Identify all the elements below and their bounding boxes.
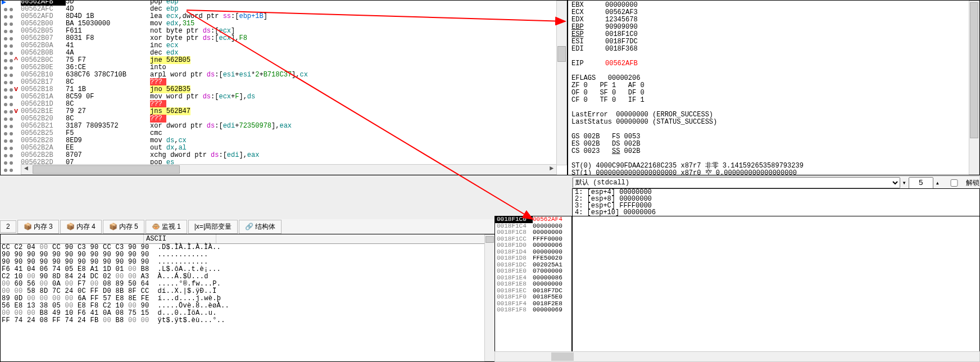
arg-count-input[interactable] <box>909 177 933 189</box>
memory-dump-pane[interactable]: ASCII CC C2 04 00 CC 90 C3 90 CC C3 90 9… <box>0 234 496 362</box>
stack-pane[interactable]: 0018F1C000562AF40018F1C4000000000018F1C8… <box>494 216 572 352</box>
breakpoint-dot-icon[interactable] <box>4 110 7 114</box>
instruction: xor dword ptr ds:[edi+72350978],eax <box>150 123 567 130</box>
breakpoint-dot-icon[interactable] <box>4 66 7 70</box>
tab-内存 3[interactable]: 📦内存 3 <box>17 220 59 234</box>
breakpoint-dot-icon[interactable] <box>4 125 7 128</box>
breakpoint-dot-icon[interactable] <box>4 161 7 165</box>
tab-2[interactable]: 2 <box>0 220 16 233</box>
callconv-select[interactable]: 默认 (stdcall) <box>573 177 900 188</box>
breakpoint-dot-icon[interactable] <box>4 22 7 26</box>
spin-up-icon[interactable]: ▴ <box>933 179 942 187</box>
disasm-row[interactable]: 00562B2AEEout dx,al <box>1 144 567 152</box>
tab-label: 内存 4 <box>76 222 96 232</box>
breakpoint-dot-icon[interactable] <box>4 132 7 135</box>
breakpoint-dot-icon[interactable] <box>4 15 7 19</box>
breakpoint-dot-icon[interactable] <box>4 37 7 40</box>
tab-结构体[interactable]: 🔗结构体 <box>239 220 282 234</box>
disasm-row[interactable]: 00562B288ED9mov ds,cx <box>1 137 567 144</box>
tab-label: 局部变量 <box>205 222 232 232</box>
callconv-bar: 默认 (stdcall) ▾ ▴ 解锁 <box>572 176 980 189</box>
instruction: pop ebp <box>150 0 567 6</box>
regs-vscrollbar[interactable] <box>969 1 979 175</box>
register-line[interactable]: LastStatus 00000000 (STATUS_SUCCESS) <box>571 119 976 126</box>
tab-icon: 📦 <box>24 223 31 230</box>
bytes: 41 <box>66 42 150 49</box>
disassembly-pane[interactable]: 00562AFB5Dpop ebp00562AFC4Ddec ebp00562A… <box>0 0 568 175</box>
bottom-hscrollbar[interactable] <box>494 351 980 362</box>
breakpoint-dot-icon[interactable] <box>4 81 7 84</box>
breakpoint-dot-icon[interactable] <box>4 59 7 62</box>
breakpoint-dot-icon[interactable] <box>4 88 7 92</box>
instruction: dec edx <box>150 49 567 57</box>
breakpoint-dot-icon[interactable] <box>4 8 7 11</box>
scroll-thumb[interactable] <box>557 46 566 62</box>
scroll-right-icon[interactable]: ► <box>547 165 556 173</box>
disasm-row[interactable]: 00562B0A41inc ecx <box>1 42 567 49</box>
arg-line[interactable]: 4: [esp+10] 00000006 <box>575 209 977 216</box>
disasm-row[interactable]: v00562B1E79 27jns 562B47 <box>1 108 567 115</box>
tab-label: 结构体 <box>255 222 275 232</box>
instruction: arpl word ptr ds:[esi+esi*2+B718C37],cx <box>150 71 567 79</box>
breakpoint-dot-icon[interactable] <box>4 44 7 48</box>
tab-icon: 🐵 <box>152 223 160 230</box>
breakpoint-dot-icon[interactable] <box>4 139 7 143</box>
disasm-row[interactable]: 00562B25F5cmc <box>1 130 567 137</box>
bottom-tabs: 2📦内存 3📦内存 4📦内存 5🐵监视 1|x=|局部变量🔗结构体 <box>0 219 494 234</box>
disasm-row[interactable]: 00562B2B8707xchg dword ptr ds:[edi],eax <box>1 152 567 159</box>
breakpoint-dot-icon[interactable] <box>4 74 7 77</box>
breakpoint-dot-icon[interactable] <box>4 30 7 33</box>
instruction: lea ecx,dword ptr ss:[ebp+1B] <box>150 13 567 20</box>
breakpoint-dot-icon[interactable] <box>4 52 7 55</box>
disasm-row[interactable]: 00562B213187 78093572xor dword ptr ds:[e… <box>1 123 567 130</box>
register-line[interactable]: EIP00562AFB <box>571 60 976 67</box>
stack-row[interactable]: 0018F1F800000069 <box>495 307 571 314</box>
instruction: jns 562B47 <box>150 108 567 115</box>
eip-arrow-icon <box>2 0 6 4</box>
disasm-row[interactable]: 00562B078031 F8xor byte ptr ds:[ecx],F8 <box>1 35 567 42</box>
bytes: 8C59 0F <box>66 93 150 101</box>
tab-label: 2 <box>6 223 10 230</box>
disasm-hscrollbar[interactable]: ◄ ► <box>21 164 557 175</box>
tab-icon: 📦 <box>109 223 117 230</box>
registers-pane[interactable]: EBX00000000ECX00562AF3EDX12345678EBP9090… <box>568 0 980 175</box>
tab-局部变量[interactable]: |x=|局部变量 <box>188 220 238 234</box>
breakpoint-dot-icon[interactable] <box>4 117 7 121</box>
breakpoint-dot-icon[interactable] <box>4 154 7 157</box>
bytes: 5D <box>66 0 150 6</box>
disasm-row[interactable]: 00562B1A8C59 0Fmov word ptr ds:[ecx+F],d… <box>1 93 567 101</box>
bytes: 8707 <box>66 152 150 159</box>
unlock-checkbox[interactable] <box>944 179 964 187</box>
breakpoint-dot-icon[interactable] <box>4 96 7 99</box>
instruction: cmc <box>150 130 567 137</box>
scroll-left-icon[interactable]: ◄ <box>21 165 31 173</box>
register-line[interactable]: EDI0018F368 <box>571 46 976 53</box>
tab-内存 4[interactable]: 📦内存 4 <box>60 220 102 234</box>
disasm-row[interactable]: 00562B10638C76 378C710Barpl word ptr ds:… <box>1 71 567 79</box>
register-line[interactable]: CF 0 TF 0 IF 1 <box>571 97 976 104</box>
scroll-thumb[interactable] <box>551 352 574 361</box>
spin-down-icon[interactable]: ▾ <box>900 179 909 187</box>
register-line[interactable]: CS 0023 SS 002B <box>571 148 976 155</box>
instruction: xor byte ptr ds:[ecx],F8 <box>150 35 567 42</box>
breakpoint-dot-icon[interactable] <box>4 103 7 106</box>
scroll-thumb[interactable] <box>33 165 180 174</box>
disasm-vscrollbar[interactable] <box>556 1 567 165</box>
tab-icon: 📦 <box>66 223 74 230</box>
tab-内存 5[interactable]: 📦内存 5 <box>103 220 144 234</box>
instruction: jne 562B05 <box>150 57 567 64</box>
memory-row[interactable]: FF 74 24 08 FF 74 24 FB 00 B8 00 00 ÿt$.… <box>2 317 494 324</box>
disasm-row[interactable]: 00562AFB5Dpop ebp <box>1 0 567 6</box>
bytes: 8ED9 <box>66 137 150 144</box>
breakpoint-dot-icon[interactable] <box>4 169 7 172</box>
mem-vscrollbar[interactable] <box>484 234 495 361</box>
args-pane[interactable]: 1: [esp+4] 000000002: [esp+8] 000000003:… <box>572 188 980 216</box>
instruction: ??? <box>150 101 567 108</box>
register-line[interactable]: ST(1) 00000000000000000000 x87r0 空 0.000… <box>571 170 976 175</box>
disasm-row[interactable]: 00562B00BA 15030000mov edx,315 <box>1 20 567 28</box>
breakpoint-dot-icon[interactable] <box>4 147 7 150</box>
instruction: xchg dword ptr ds:[edi],eax <box>150 152 567 159</box>
detail-pane[interactable] <box>572 216 980 352</box>
tab-监视 1[interactable]: 🐵监视 1 <box>146 220 187 234</box>
hex-header <box>1 234 144 243</box>
